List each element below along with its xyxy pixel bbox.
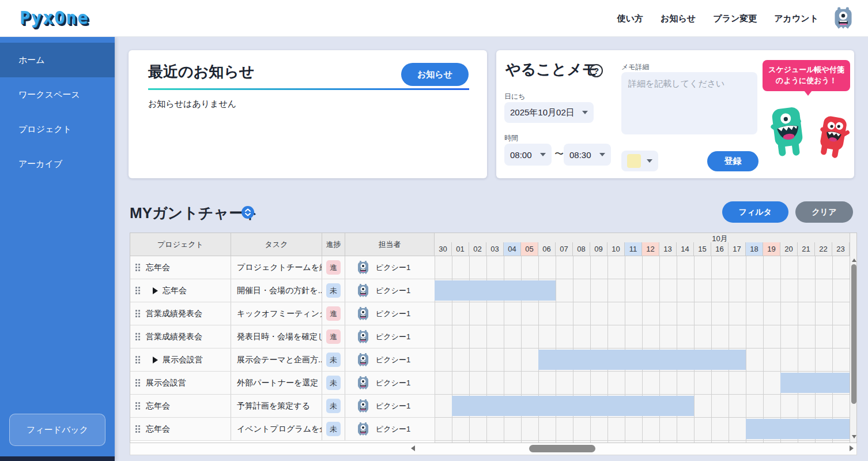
gantt-grid-row-2 xyxy=(435,302,850,325)
nav-item-1[interactable]: お知らせ xyxy=(661,13,696,24)
gantt-left-columns: プロジェクト タスク 進捗 担当者 忘年会プロジェクトチームを編...進ピクシー… xyxy=(130,233,435,443)
gantt-bar[interactable] xyxy=(538,350,746,370)
project-name: 忘年会 xyxy=(163,286,187,296)
expand-icon[interactable] xyxy=(153,357,158,363)
drag-handle-icon[interactable] xyxy=(135,355,140,364)
column-header-assignee: 担当者 xyxy=(345,233,435,256)
sidebar-nav: ホームワークスペースプロジェクトアーカイブ xyxy=(0,43,115,181)
nav-item-2[interactable]: プラン変更 xyxy=(713,13,757,24)
task-name: 予算計画を策定する xyxy=(237,401,310,411)
scroll-down-icon[interactable] xyxy=(852,435,856,438)
day-header-cell-06: 06 xyxy=(538,242,556,256)
time-to-select[interactable]: 08:30 xyxy=(564,144,611,166)
app-logo[interactable]: PyxOne xyxy=(20,8,89,28)
drag-handle-icon[interactable] xyxy=(135,378,140,387)
gantt-bar[interactable] xyxy=(780,373,850,393)
scroll-up-icon[interactable] xyxy=(852,258,856,262)
day-header-cell-17: 17 xyxy=(729,242,746,256)
sidebar-item-2[interactable]: プロジェクト xyxy=(0,112,115,147)
sidebar-item-label: ワークスペース xyxy=(18,89,80,100)
register-button[interactable]: 登録 xyxy=(707,151,758,171)
drag-handle-icon[interactable] xyxy=(135,309,140,318)
day-header-cell-30: 30 xyxy=(435,242,452,256)
vertical-scrollbar-thumb[interactable] xyxy=(851,264,856,404)
task-name: 発表日時・会場を確定し... xyxy=(237,332,322,342)
drag-handle-icon[interactable] xyxy=(135,263,140,272)
drag-handle-icon[interactable] xyxy=(135,286,140,295)
task-name: 開催日・会場の方針を... xyxy=(237,286,322,296)
gantt-grid-row-1 xyxy=(435,279,850,302)
gantt-bar[interactable] xyxy=(452,396,694,416)
header-nav: 使い方お知らせプラン変更アカウント xyxy=(617,0,818,37)
project-name: 営業成績発表会 xyxy=(146,332,202,342)
day-header-cell-22: 22 xyxy=(815,242,832,256)
title-underline xyxy=(148,88,469,90)
announcements-button[interactable]: お知らせ xyxy=(401,63,469,86)
assignee-name: ピクシー1 xyxy=(376,424,410,434)
vertical-scrollbar[interactable] xyxy=(850,233,857,443)
day-header-cell-08: 08 xyxy=(573,242,590,256)
task-cell: 予算計画を策定する xyxy=(231,395,322,417)
time-from-select[interactable]: 08:00 xyxy=(504,144,552,166)
table-row-6: 忘年会予算計画を策定する未ピクシー1 xyxy=(130,395,435,418)
time-label: 時間 xyxy=(504,133,518,143)
assignee-avatar-icon xyxy=(356,260,371,275)
scroll-right-icon[interactable] xyxy=(850,445,854,451)
horizontal-scrollbar[interactable] xyxy=(130,443,857,455)
task-cell: 展示会テーマと企画方... xyxy=(231,348,322,371)
help-icon[interactable]: ? xyxy=(590,64,603,77)
tip-line-2: のように使おう！ xyxy=(776,76,837,85)
top-header: PyxOne 使い方お知らせプラン変更アカウント xyxy=(0,0,868,37)
filter-button[interactable]: フィルタ xyxy=(722,201,788,223)
project-cell: 営業成績発表会 xyxy=(130,325,231,348)
gantt-grid xyxy=(435,256,850,443)
day-header-cell-07: 07 xyxy=(556,242,573,256)
sidebar-bottom-strip xyxy=(0,456,115,461)
drag-handle-icon[interactable] xyxy=(135,332,140,341)
task-cell: 発表日時・会場を確定し... xyxy=(231,325,322,348)
sidebar-item-3[interactable]: アーカイブ xyxy=(0,147,115,181)
assignee-name: ピクシー1 xyxy=(376,263,410,273)
account-avatar-icon[interactable] xyxy=(831,6,855,31)
day-header-cell-10: 10 xyxy=(607,242,625,256)
assignee-name: ピクシー1 xyxy=(376,332,410,342)
day-header-cell-05: 05 xyxy=(521,242,538,256)
date-select[interactable]: 2025年10月02日 xyxy=(504,102,594,123)
day-header-cell-16: 16 xyxy=(711,242,729,256)
assignee-cell: ピクシー1 xyxy=(345,256,435,279)
progress-badge: 進 xyxy=(326,260,341,275)
assignee-cell: ピクシー1 xyxy=(345,372,435,394)
reorder-icon[interactable] xyxy=(241,206,254,219)
nav-item-3[interactable]: アカウント xyxy=(774,13,818,24)
expand-icon[interactable] xyxy=(153,287,158,294)
day-header-cell-19: 19 xyxy=(763,242,780,256)
drag-handle-icon[interactable] xyxy=(135,402,140,410)
sidebar-item-1[interactable]: ワークスペース xyxy=(0,77,115,112)
nav-item-0[interactable]: 使い方 xyxy=(617,13,643,24)
sidebar-item-0[interactable]: ホーム xyxy=(0,43,115,77)
clear-button[interactable]: クリア xyxy=(795,201,853,223)
project-cell: 忘年会 xyxy=(130,279,231,302)
memo-label: メモ詳細 xyxy=(621,62,650,72)
gantt-bar[interactable] xyxy=(435,280,556,301)
assignee-cell: ピクシー1 xyxy=(345,302,435,325)
table-row-0: 忘年会プロジェクトチームを編...進ピクシー1 xyxy=(130,256,435,279)
gantt-grid-row-4 xyxy=(435,348,850,372)
horizontal-scrollbar-thumb[interactable] xyxy=(529,445,595,452)
day-header-cell-18: 18 xyxy=(746,242,763,256)
gantt-bar[interactable] xyxy=(746,419,850,439)
table-row-7: 忘年会イベントプログラムを企...未ピクシー1 xyxy=(130,418,435,441)
task-cell: キックオフミーティング... xyxy=(231,302,322,325)
scroll-left-icon[interactable] xyxy=(411,445,415,451)
gantt-table: プロジェクト タスク 進捗 担当者 忘年会プロジェクトチームを編...進ピクシー… xyxy=(130,233,857,443)
progress-cell: 未 xyxy=(322,418,345,440)
memo-textarea[interactable] xyxy=(621,72,757,134)
day-header-cell-15: 15 xyxy=(694,242,711,256)
drag-handle-icon[interactable] xyxy=(135,425,140,433)
gantt-grid-row-7 xyxy=(435,418,850,441)
chevron-down-icon xyxy=(582,111,588,114)
mascot-red-monster xyxy=(817,115,851,161)
color-select[interactable] xyxy=(621,151,658,171)
time-separator: 〜 xyxy=(554,148,564,160)
feedback-button[interactable]: フィードバック xyxy=(9,414,105,446)
